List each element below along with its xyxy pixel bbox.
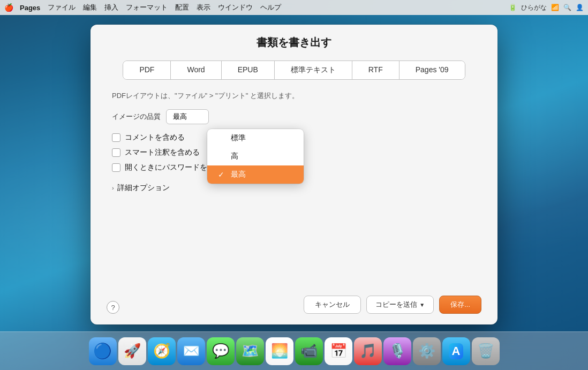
advanced-options-row[interactable]: › 詳細オプション xyxy=(112,183,476,193)
insert-menu[interactable]: 挿入 xyxy=(104,3,118,12)
menubar: 🍎 Pages ファイル 編集 挿入 フォーマット 配置 表示 ウインドウ ヘル… xyxy=(0,0,588,15)
tab-word[interactable]: Word xyxy=(171,61,221,79)
dock-icon-safari[interactable]: 🧭 xyxy=(148,337,176,365)
safari-icon: 🧭 xyxy=(153,343,170,359)
desktop: 🍎 Pages ファイル 編集 挿入 フォーマット 配置 表示 ウインドウ ヘル… xyxy=(0,0,588,370)
dock-icon-settings[interactable]: ⚙️ xyxy=(413,337,441,365)
send-copy-button[interactable]: コピーを送信 ▼ xyxy=(366,296,434,314)
tab-standard-text[interactable]: 標準テキスト xyxy=(275,61,352,79)
cancel-button[interactable]: キャンセル xyxy=(304,296,361,314)
arrange-menu[interactable]: 配置 xyxy=(175,3,189,12)
search-icon[interactable]: 🔍 xyxy=(563,4,571,11)
dock-icon-messages[interactable]: 💬 xyxy=(207,337,235,365)
checkbox-comments-box[interactable] xyxy=(112,133,120,142)
pdf-info-text: PDFレイアウトは、"ファイル" > "プリント" と選択します。 xyxy=(112,92,299,100)
dock-icon-mail[interactable]: ✉️ xyxy=(177,337,205,365)
podcast-icon: 🎙️ xyxy=(389,343,406,359)
music-icon: 🎵 xyxy=(359,343,376,359)
dock: 🔵 🚀 🧭 ✉️ 💬 🗺️ 🌅 📹 📅 🎵 🎙️ xyxy=(0,331,588,370)
image-quality-row: イメージの品質 最高 xyxy=(112,109,476,124)
help-menu[interactable]: ヘルプ xyxy=(260,3,281,12)
view-menu[interactable]: 表示 xyxy=(197,3,210,12)
checkbox-password-box[interactable] xyxy=(112,163,120,172)
checkbox-smart-notes-box[interactable] xyxy=(112,148,120,157)
launchpad-icon: 🚀 xyxy=(124,343,141,359)
dock-icon-appstore[interactable]: A xyxy=(442,337,470,365)
help-button[interactable]: ? xyxy=(107,301,119,314)
appstore-icon: A xyxy=(449,343,464,359)
messages-icon: 💬 xyxy=(212,343,229,359)
dialog-titlebar: 書類を書き出す xyxy=(91,25,497,55)
checkbox-smart-notes-label: スマート注釈を含める xyxy=(125,148,200,157)
tabs-container: PDF Word EPUB 標準テキスト RTF Pages xyxy=(91,55,497,80)
tab-epub[interactable]: EPUB xyxy=(222,61,275,79)
quality-value: 最高 xyxy=(173,112,187,120)
image-quality-label: イメージの品質 xyxy=(112,112,161,122)
dock-icon-podcast[interactable]: 🎙️ xyxy=(383,337,411,365)
dropdown-item-highest[interactable]: ✓ 最高 xyxy=(207,165,304,184)
tabs-row: PDF Word EPUB 標準テキスト RTF Pages xyxy=(123,61,465,80)
mail-icon: ✉️ xyxy=(183,343,200,359)
tab-rtf[interactable]: RTF xyxy=(352,61,399,79)
format-menu[interactable]: フォーマット xyxy=(126,3,168,12)
calendar-icon: 📅 xyxy=(330,343,347,359)
image-quality-dropdown[interactable]: 最高 xyxy=(166,109,209,124)
dropdown-item-high-label: 高 xyxy=(231,152,238,161)
settings-icon: ⚙️ xyxy=(418,343,435,359)
dropdown-item-standard-label: 標準 xyxy=(231,133,246,143)
dock-icon-calendar[interactable]: 📅 xyxy=(325,337,352,365)
dock-icon-launchpad[interactable]: 🚀 xyxy=(118,337,146,365)
dock-icon-facetime[interactable]: 📹 xyxy=(295,337,323,365)
dropdown-item-highest-label: 最高 xyxy=(231,170,246,179)
dock-icon-music[interactable]: 🎵 xyxy=(354,337,382,365)
window-menu[interactable]: ウインドウ xyxy=(218,3,253,12)
export-dialog: 書類を書き出す PDF Word EPUB 標準テキスト xyxy=(91,25,497,324)
battery-icon: 🔋 xyxy=(509,4,517,11)
dock-icon-maps[interactable]: 🗺️ xyxy=(236,337,264,365)
send-copy-chevron: ▼ xyxy=(419,302,425,308)
wifi-icon: 📶 xyxy=(551,4,559,11)
apple-menu[interactable]: 🍎 xyxy=(4,3,13,12)
photos-icon: 🌅 xyxy=(271,343,288,359)
edit-menu[interactable]: 編集 xyxy=(83,3,97,12)
maps-icon: 🗺️ xyxy=(242,343,259,359)
checkmark-highest: ✓ xyxy=(218,170,227,179)
send-copy-label: コピーを送信 xyxy=(375,300,417,309)
tab-pages09[interactable]: Pages '09 xyxy=(399,61,465,79)
dialog-window: 書類を書き出す PDF Word EPUB 標準テキスト xyxy=(36,15,552,331)
dropdown-item-high[interactable]: 高 xyxy=(207,147,304,165)
user-icon[interactable]: 👤 xyxy=(576,4,584,11)
checkbox-comments-label: コメントを含める xyxy=(125,133,185,142)
quality-dropdown-menu: 標準 高 ✓ 最高 xyxy=(207,129,304,184)
pdf-info-row: PDFレイアウトは、"ファイル" > "プリント" と選択します。 xyxy=(112,90,476,101)
trash-icon: 🗑️ xyxy=(477,343,494,359)
menubar-right: 🔋 ひらがな 📶 🔍 👤 xyxy=(509,3,584,12)
advanced-options-label: 詳細オプション xyxy=(117,183,170,193)
chevron-right-icon: › xyxy=(112,185,114,191)
input-method[interactable]: ひらがな xyxy=(521,3,547,12)
dropdown-item-standard[interactable]: 標準 xyxy=(207,129,304,147)
dock-icon-finder[interactable]: 🔵 xyxy=(89,337,117,365)
tab-pdf[interactable]: PDF xyxy=(123,61,171,79)
file-menu[interactable]: ファイル xyxy=(48,3,76,12)
dock-icon-trash[interactable]: 🗑️ xyxy=(472,337,500,365)
dialog-title: 書類を書き出す xyxy=(101,35,487,50)
finder-icon: 🔵 xyxy=(93,342,112,360)
dialog-footer: ? キャンセル コピーを送信 ▼ 保存... xyxy=(91,287,497,324)
save-button[interactable]: 保存... xyxy=(439,296,481,314)
app-menu[interactable]: Pages xyxy=(20,4,40,12)
dock-icon-photos[interactable]: 🌅 xyxy=(266,337,293,365)
facetime-icon: 📹 xyxy=(300,343,318,359)
